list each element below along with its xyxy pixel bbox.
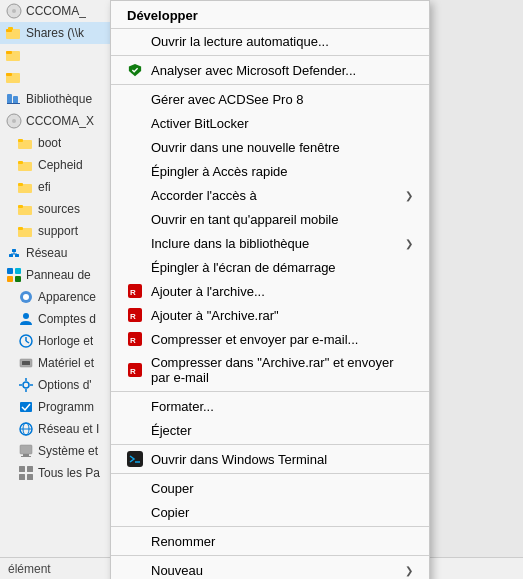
cd-icon xyxy=(6,3,22,19)
menu-item-acces-rapide[interactable]: Épingler à Accès rapide xyxy=(111,159,429,183)
menu-item-accorder-acces-label: Accorder l'accès à xyxy=(151,188,257,203)
menu-item-formater[interactable]: Formater... xyxy=(111,394,429,418)
sidebar-item-materiel[interactable]: Matériel et xyxy=(0,352,110,374)
menu-item-ajouter-archive-rar-left: R Ajouter à "Archive.rar" xyxy=(127,307,279,323)
folder-icon-1 xyxy=(6,47,22,63)
menu-item-bitlocker[interactable]: Activer BitLocker xyxy=(111,111,429,135)
sidebar-item-shares-label: Shares (\\k xyxy=(26,26,84,40)
menu-item-lecture[interactable]: Ouvrir la lecture automatique... xyxy=(111,29,429,53)
system-icon xyxy=(18,443,34,459)
menu-item-appareil-mobile[interactable]: Ouvrir en tant qu'appareil mobile xyxy=(111,207,429,231)
menu-item-bibliotheque[interactable]: Inclure dans la bibliothèque ❯ xyxy=(111,231,429,255)
cd-icon-2 xyxy=(6,113,22,129)
svg-line-39 xyxy=(26,341,29,343)
menu-item-ecran-demarrage-label: Épingler à l'écran de démarrage xyxy=(151,260,336,275)
menu-item-copier-label: Copier xyxy=(151,505,189,520)
clock-icon xyxy=(18,333,34,349)
menu-item-nouvelle-fenetre-label: Ouvrir dans une nouvelle fenêtre xyxy=(151,140,340,155)
appearance-icon xyxy=(18,289,34,305)
sidebar-item-programm-label: Programm xyxy=(38,400,94,414)
sidebar-item-cepheid[interactable]: Cepheid xyxy=(0,154,110,176)
separator-7 xyxy=(111,555,429,556)
defender-icon xyxy=(127,62,143,78)
menu-item-copier-left: Copier xyxy=(127,504,189,520)
menu-item-lecture-left: Ouvrir la lecture automatique... xyxy=(127,33,329,49)
menu-item-terminal[interactable]: Ouvrir dans Windows Terminal xyxy=(111,447,429,471)
menu-item-terminal-left: Ouvrir dans Windows Terminal xyxy=(127,451,327,467)
menu-item-copier[interactable]: Copier xyxy=(111,500,429,524)
sidebar-item-support[interactable]: support xyxy=(0,220,110,242)
hardware-icon xyxy=(18,355,34,371)
nouveau-arrow: ❯ xyxy=(405,565,413,576)
sidebar-item-sources[interactable]: sources xyxy=(0,198,110,220)
menu-item-acdsee-label: Gérer avec ACDSee Pro 8 xyxy=(151,92,303,107)
svg-rect-23 xyxy=(18,227,23,230)
menu-item-nouvelle-fenetre[interactable]: Ouvrir dans une nouvelle fenêtre xyxy=(111,135,429,159)
svg-rect-26 xyxy=(12,249,16,252)
menu-item-ajouter-archive-left: R Ajouter à l'archive... xyxy=(127,283,265,299)
sidebar-item-bibliotheque[interactable]: Bibliothèque xyxy=(0,88,110,110)
svg-rect-31 xyxy=(15,268,21,274)
menu-item-ecran-demarrage[interactable]: Épingler à l'écran de démarrage xyxy=(111,255,429,279)
sidebar-item-panneau-label: Panneau de xyxy=(26,268,91,282)
sidebar-item-efi[interactable]: efi xyxy=(0,176,110,198)
svg-point-36 xyxy=(23,313,29,319)
options-icon xyxy=(18,377,34,393)
svg-rect-19 xyxy=(18,183,23,186)
bitlocker-icon xyxy=(127,115,143,131)
folder-yellow-efi xyxy=(18,179,34,195)
svg-rect-8 xyxy=(6,73,12,76)
menu-item-ajouter-archive-rar[interactable]: R Ajouter à "Archive.rar" xyxy=(111,303,429,327)
control-panel-icon xyxy=(6,267,22,283)
menu-item-defender[interactable]: Analyser avec Microsoft Defender... xyxy=(111,58,429,82)
menu-item-terminal-label: Ouvrir dans Windows Terminal xyxy=(151,452,327,467)
sidebar-item-cccoma[interactable]: CCCOMA_ xyxy=(0,0,110,22)
svg-rect-21 xyxy=(18,205,23,208)
menu-item-accorder-acces[interactable]: Accorder l'accès à ❯ xyxy=(111,183,429,207)
sidebar-item-programm[interactable]: Programm xyxy=(0,396,110,418)
menu-item-nouveau[interactable]: Nouveau ❯ xyxy=(111,558,429,579)
sidebar-item-tous[interactable]: Tous les Pa xyxy=(0,462,110,484)
ejecter-icon xyxy=(127,422,143,438)
sidebar-item-cccomaxl[interactable]: CCCOMA_X xyxy=(0,110,110,132)
sidebar-item-panneau[interactable]: Panneau de xyxy=(0,264,110,286)
separator-3 xyxy=(111,391,429,392)
sidebar-item-shares[interactable]: Shares (\\k xyxy=(0,22,110,44)
menu-item-bitlocker-left: Activer BitLocker xyxy=(127,115,249,131)
sidebar-item-reseau-i[interactable]: Réseau et I xyxy=(0,418,110,440)
sidebar-item-options[interactable]: Options d' xyxy=(0,374,110,396)
sidebar-item-apparence[interactable]: Apparence xyxy=(0,286,110,308)
sidebar-item-boot[interactable]: boot xyxy=(0,132,110,154)
menu-item-defender-label: Analyser avec Microsoft Defender... xyxy=(151,63,356,78)
menu-item-ejecter[interactable]: Éjecter xyxy=(111,418,429,442)
menu-item-acdsee[interactable]: Gérer avec ACDSee Pro 8 xyxy=(111,87,429,111)
svg-rect-17 xyxy=(18,161,23,164)
sidebar-item-folder2[interactable] xyxy=(0,66,110,88)
menu-item-couper[interactable]: Couper xyxy=(111,476,429,500)
menu-item-compresser-email[interactable]: R Compresser et envoyer par e-mail... xyxy=(111,327,429,351)
sidebar-item-horloge-label: Horloge et xyxy=(38,334,93,348)
menu-item-compresser-email-label: Compresser et envoyer par e-mail... xyxy=(151,332,358,347)
sidebar-item-folder1[interactable] xyxy=(0,44,110,66)
menu-item-ajouter-archive[interactable]: R Ajouter à l'archive... xyxy=(111,279,429,303)
svg-rect-41 xyxy=(22,361,30,365)
menu-item-compresser-rar-email[interactable]: R Compresser dans "Archive.rar" et envoy… xyxy=(111,351,429,389)
sidebar-item-reseau-label: Réseau xyxy=(26,246,67,260)
accorder-acces-arrow: ❯ xyxy=(405,190,413,201)
menu-item-ajouter-archive-label: Ajouter à l'archive... xyxy=(151,284,265,299)
context-menu: Développer Ouvrir la lecture automatique… xyxy=(110,0,430,579)
menu-item-renommer[interactable]: Renommer xyxy=(111,529,429,553)
sidebar-item-comptes[interactable]: Comptes d xyxy=(0,308,110,330)
accounts-icon xyxy=(18,311,34,327)
sidebar-item-reseau[interactable]: Réseau xyxy=(0,242,110,264)
sidebar-item-systeme-label: Système et xyxy=(38,444,98,458)
menu-item-lecture-label: Ouvrir la lecture automatique... xyxy=(151,34,329,49)
svg-rect-30 xyxy=(7,268,13,274)
sidebar-item-systeme[interactable]: Système et xyxy=(0,440,110,462)
svg-rect-55 xyxy=(27,466,33,472)
separator-4 xyxy=(111,444,429,445)
renommer-icon xyxy=(127,533,143,549)
sidebar-item-horloge[interactable]: Horloge et xyxy=(0,330,110,352)
file-explorer-sidebar: CCCOMA_ Shares (\\k Bibliothèque xyxy=(0,0,110,579)
sidebar-item-comptes-label: Comptes d xyxy=(38,312,96,326)
